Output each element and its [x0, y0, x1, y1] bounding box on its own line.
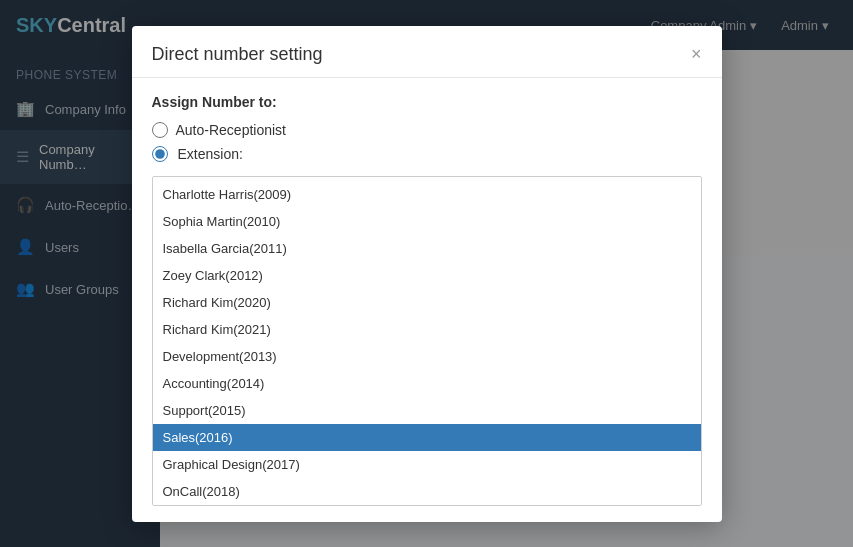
modal-overlay: Direct number setting × Assign Number to… [0, 0, 853, 547]
radio-group: Auto-Receptionist Extension: [152, 122, 702, 162]
list-item[interactable]: Richard Kim(2021) [153, 316, 701, 343]
modal-header: Direct number setting × [132, 26, 722, 78]
radio-extension[interactable]: Extension: [152, 146, 702, 162]
modal-close-button[interactable]: × [691, 45, 702, 63]
list-item[interactable]: Development(2013) [153, 343, 701, 370]
direct-number-modal: Direct number setting × Assign Number to… [132, 26, 722, 522]
list-item[interactable]: Zoey Clark(2012) [153, 262, 701, 289]
radio-auto-receptionist-label: Auto-Receptionist [176, 122, 287, 138]
list-item[interactable]: Support(2015) [153, 397, 701, 424]
radio-auto-receptionist-input[interactable] [152, 122, 168, 138]
list-item[interactable]: Charlotte Harris(2009) [153, 181, 701, 208]
modal-body: Assign Number to: Auto-Receptionist Exte… [132, 78, 722, 522]
list-item[interactable]: OnCall(2018) [153, 478, 701, 505]
radio-extension-input[interactable] [152, 146, 168, 162]
list-item[interactable]: Sales(2016) [153, 424, 701, 451]
list-item[interactable]: Sophia Martin(2010) [153, 208, 701, 235]
modal-title: Direct number setting [152, 44, 323, 65]
radio-auto-receptionist[interactable]: Auto-Receptionist [152, 122, 702, 138]
list-item[interactable]: Isabella Garcia(2011) [153, 235, 701, 262]
radio-extension-label: Extension: [178, 146, 243, 162]
extension-list[interactable]: Nathan Franzmeier(11)John Smith(2001)Noa… [152, 176, 702, 506]
list-item[interactable]: Graphical Design(2017) [153, 451, 701, 478]
list-item[interactable]: Richard Kim(2020) [153, 289, 701, 316]
list-item[interactable]: Accounting(2014) [153, 370, 701, 397]
assign-label: Assign Number to: [152, 94, 702, 110]
